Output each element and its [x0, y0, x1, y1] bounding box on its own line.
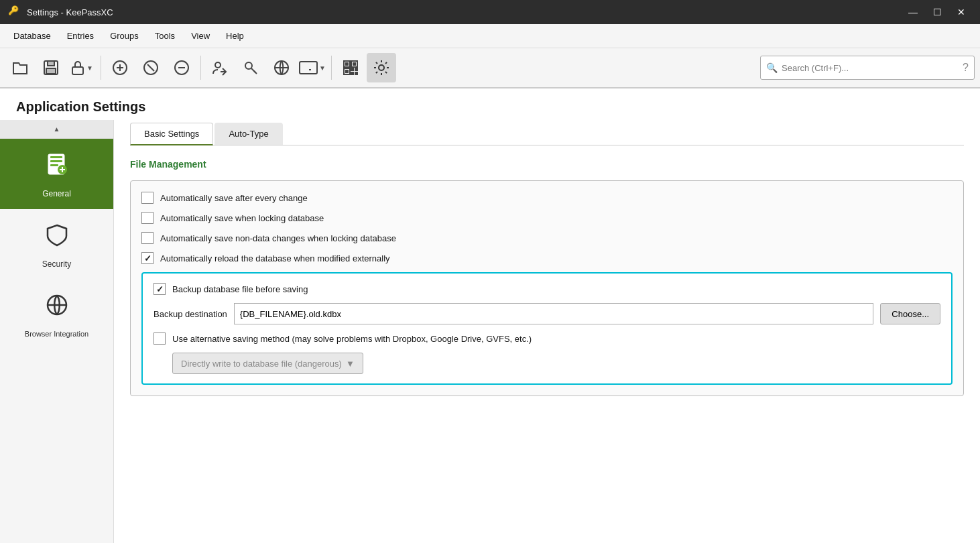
checkbox-auto-save-non-data[interactable]	[141, 232, 154, 244]
dropdown-label: Directly write to database file (dangero…	[181, 359, 342, 369]
save-btn[interactable]	[36, 53, 66, 82]
menu-entries[interactable]: Entries	[59, 27, 102, 45]
sidebar-item-general[interactable]: General	[0, 139, 113, 209]
checkbox-row-backup: Backup database file before saving	[154, 283, 940, 295]
sidebar-scroll-up[interactable]: ▲	[0, 120, 113, 139]
svg-rect-16	[300, 62, 317, 74]
content-area: ▲ General	[0, 120, 980, 543]
svg-line-8	[147, 64, 154, 71]
general-icon	[44, 151, 70, 184]
write-mode-dropdown[interactable]: Directly write to database file (dangero…	[172, 353, 363, 374]
auto-save-lock-label: Automatically save when locking database	[160, 213, 324, 223]
sidebar-label-general: General	[42, 189, 71, 198]
svg-rect-30	[346, 70, 348, 72]
sidebar: ▲ General	[0, 120, 114, 543]
svg-rect-32	[355, 68, 357, 70]
auto-save-change-label: Automatically save after every change	[160, 193, 308, 203]
svg-point-13	[245, 62, 252, 69]
delete-entry-btn[interactable]	[167, 53, 196, 82]
page-title-area: Application Settings	[0, 88, 980, 120]
choose-button[interactable]: Choose...	[880, 303, 940, 324]
sidebar-label-security: Security	[42, 259, 71, 269]
svg-rect-28	[346, 63, 348, 65]
checkbox-auto-save-change[interactable]	[141, 192, 154, 204]
tab-basic-settings[interactable]: Basic Settings	[130, 123, 213, 145]
settings-panel: Basic Settings Auto-Type File Management…	[114, 120, 980, 543]
highlighted-backup-box: Backup database file before saving Backu…	[141, 272, 953, 385]
svg-rect-37	[50, 156, 62, 158]
checkbox-row-auto-save-lock: Automatically save when locking database	[141, 212, 953, 224]
svg-rect-3	[72, 67, 83, 74]
sep-1	[101, 56, 101, 80]
menu-groups[interactable]: Groups	[102, 27, 147, 45]
svg-rect-1	[48, 61, 54, 66]
menu-view[interactable]: View	[183, 27, 218, 45]
checkbox-alternative[interactable]	[154, 333, 166, 345]
checkbox-row-auto-reload: Automatically reload the database when m…	[141, 252, 953, 264]
svg-rect-33	[351, 72, 353, 74]
backup-label: Backup database file before saving	[172, 284, 308, 294]
checkbox-auto-reload[interactable]	[141, 252, 154, 264]
svg-rect-31	[351, 68, 353, 70]
svg-point-11	[215, 62, 221, 68]
svg-rect-29	[353, 63, 355, 65]
help-icon[interactable]: ?	[963, 62, 969, 74]
checkbox-row-alternative: Use alternative saving method (may solve…	[154, 333, 940, 345]
search-input[interactable]	[782, 63, 959, 73]
menubar: Database Entries Groups Tools View Help	[0, 24, 980, 48]
search-area: 🔍 ?	[760, 56, 975, 80]
minimize-button[interactable]: —	[902, 3, 924, 21]
close-button[interactable]: ✕	[951, 3, 972, 21]
menu-database[interactable]: Database	[5, 27, 59, 45]
open-folder-btn[interactable]	[5, 53, 35, 82]
lock-dropdown-arrow: ▼	[86, 64, 93, 72]
page-title: Application Settings	[16, 99, 964, 115]
keyboard-btn[interactable]: ▼	[298, 53, 327, 82]
svg-point-35	[379, 65, 384, 70]
sidebar-label-browser-integration: Browser Integration	[25, 330, 88, 338]
dropdown-arrow-icon: ▼	[346, 359, 355, 369]
lock-btn[interactable]: ▼	[67, 53, 97, 82]
keyboard-dropdown-arrow: ▼	[319, 64, 326, 72]
backup-destination-label: Backup destination	[154, 309, 227, 319]
tabs: Basic Settings Auto-Type	[130, 120, 964, 145]
menu-help[interactable]: Help	[218, 27, 252, 45]
alternative-label: Use alternative saving method (may solve…	[172, 334, 532, 344]
qr-btn[interactable]	[336, 53, 365, 82]
security-icon	[44, 221, 70, 254]
checkbox-row-auto-save-change: Automatically save after every change	[141, 192, 953, 204]
file-management-box: Automatically save after every change Au…	[130, 180, 964, 396]
backup-destination-row: Backup destination Choose...	[154, 303, 940, 324]
menu-tools[interactable]: Tools	[147, 27, 183, 45]
window-title: Settings - KeePassXC	[27, 7, 902, 17]
sidebar-item-security[interactable]: Security	[0, 209, 113, 280]
auto-save-non-data-label: Automatically save non-data changes when…	[160, 233, 396, 243]
transfer-btn[interactable]	[205, 53, 235, 82]
main-content: Application Settings ▲	[0, 88, 980, 543]
tab-auto-type[interactable]: Auto-Type	[215, 123, 282, 145]
settings-btn[interactable]	[367, 53, 396, 82]
edit-entry-btn[interactable]	[136, 53, 166, 82]
browser-icon	[44, 292, 70, 324]
svg-rect-38	[50, 160, 62, 162]
file-management-heading: File Management	[130, 159, 964, 170]
svg-rect-34	[355, 72, 357, 74]
sep-2	[200, 56, 201, 80]
titlebar: 🔑 Settings - KeePassXC — ☐ ✕	[0, 0, 980, 24]
add-entry-btn[interactable]	[105, 53, 135, 82]
key-btn[interactable]	[236, 53, 265, 82]
maximize-button[interactable]: ☐	[926, 3, 948, 21]
svg-line-14	[254, 71, 255, 72]
svg-rect-2	[46, 68, 56, 74]
globe-btn[interactable]	[267, 53, 296, 82]
dropdown-container: Directly write to database file (dangero…	[154, 353, 940, 374]
window-controls: — ☐ ✕	[902, 3, 972, 21]
checkbox-auto-save-lock[interactable]	[141, 212, 154, 224]
search-icon: 🔍	[766, 62, 778, 73]
sidebar-item-browser-integration[interactable]: Browser Integration	[0, 280, 113, 349]
checkbox-backup[interactable]	[154, 283, 166, 295]
sep-3	[331, 56, 332, 80]
checkbox-row-auto-save-non-data: Automatically save non-data changes when…	[141, 232, 953, 244]
auto-reload-label: Automatically reload the database when m…	[160, 253, 390, 263]
backup-destination-input[interactable]	[234, 303, 873, 324]
